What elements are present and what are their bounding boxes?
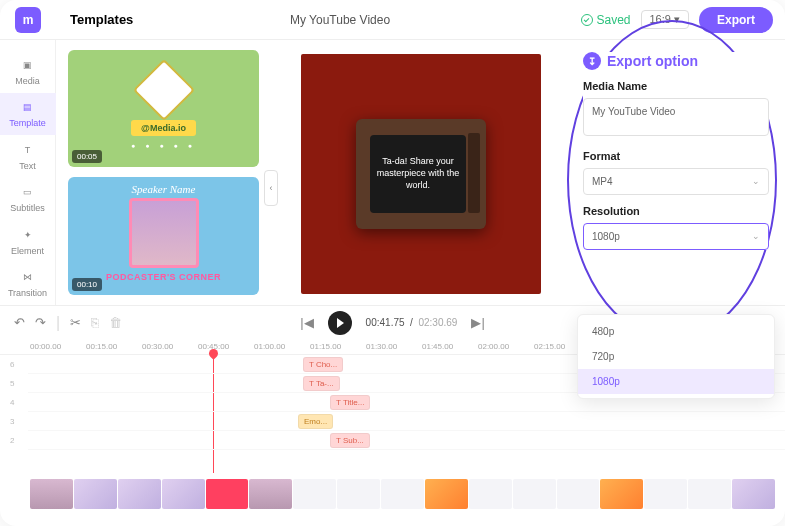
timeline-clip[interactable]: T Sub... <box>330 433 370 448</box>
timeline-clip[interactable]: T Ta-... <box>303 376 340 391</box>
chevron-down-icon: ⌄ <box>752 231 760 241</box>
media-name-label: Media Name <box>583 80 769 92</box>
resolution-option[interactable]: 480p <box>578 319 774 344</box>
format-label: Format <box>583 150 769 162</box>
delete-button[interactable]: 🗑 <box>109 315 122 330</box>
sidebar-item-template[interactable]: ▤Template <box>0 93 56 136</box>
caption-text: Ta-da! Share your masterpiece with the w… <box>376 156 460 191</box>
timeline-clip[interactable]: Emo... <box>298 414 333 429</box>
sidebar-item-media[interactable]: ▣Media <box>0 50 56 93</box>
panel-title: Templates <box>56 12 133 27</box>
media-name-input[interactable] <box>583 98 769 136</box>
save-status: Saved <box>581 13 630 27</box>
export-panel-title: ↧ Export option <box>583 52 769 70</box>
chevron-down-icon: ⌄ <box>752 176 760 186</box>
timeline-clip[interactable]: T Cho... <box>303 357 343 372</box>
sidebar-item-transition[interactable]: ⋈Transition <box>0 263 56 306</box>
app-logo[interactable]: m <box>15 7 41 33</box>
chevron-down-icon: ▾ <box>674 13 680 25</box>
undo-button[interactable]: ↶ <box>14 315 25 330</box>
check-icon <box>581 14 593 26</box>
aspect-ratio-select[interactable]: 16:9 ▾ <box>641 10 689 29</box>
template-card[interactable]: Speaker Name PODCASTER'S CORNER 00:10 <box>68 177 259 295</box>
duration-badge: 00:05 <box>72 150 102 163</box>
text-icon: T <box>19 142 37 158</box>
transition-icon: ⋈ <box>19 269 37 285</box>
template-card[interactable]: @Media.io ● ● ● ● ● 00:05 <box>68 50 259 167</box>
subtitles-icon: ▭ <box>19 184 37 200</box>
resolution-option[interactable]: 1080p <box>578 369 774 394</box>
resolution-dropdown: 480p720p1080p <box>577 314 775 399</box>
play-button[interactable] <box>328 311 352 335</box>
cut-button[interactable]: ✂ <box>70 315 81 330</box>
copy-button[interactable]: ⎘ <box>91 315 99 330</box>
sidebar-item-subtitles[interactable]: ▭Subtitles <box>0 178 56 221</box>
project-name[interactable]: My YouTube Video <box>290 13 390 27</box>
duration-badge: 00:10 <box>72 278 102 291</box>
timeline-track[interactable]: 3Emo... <box>28 412 785 431</box>
timeline-clip[interactable]: T Title... <box>330 395 370 410</box>
video-preview[interactable]: Ta-da! Share your masterpiece with the w… <box>301 54 541 294</box>
collapse-panel-button[interactable]: ‹ <box>264 170 278 206</box>
resolution-label: Resolution <box>583 205 769 217</box>
redo-button[interactable]: ↷ <box>35 315 46 330</box>
thumbnail-strip[interactable] <box>30 479 775 509</box>
media-icon: ▣ <box>19 57 37 73</box>
time-display: 00:41.75 / 02:30.69 <box>366 317 458 328</box>
format-select[interactable]: MP4⌄ <box>583 168 769 195</box>
skip-start-button[interactable]: |◀ <box>300 315 313 330</box>
skip-end-button[interactable]: ▶| <box>471 315 484 330</box>
export-icon: ↧ <box>583 52 601 70</box>
resolution-option[interactable]: 720p <box>578 344 774 369</box>
template-icon: ▤ <box>19 99 37 115</box>
export-button[interactable]: Export <box>699 7 773 33</box>
resolution-select[interactable]: 1080p⌄ <box>583 223 769 250</box>
sidebar-item-text[interactable]: TText <box>0 135 56 178</box>
timeline-track[interactable]: 2T Sub... <box>28 431 785 450</box>
sidebar-item-element[interactable]: ✦Element <box>0 220 56 263</box>
element-icon: ✦ <box>19 227 37 243</box>
